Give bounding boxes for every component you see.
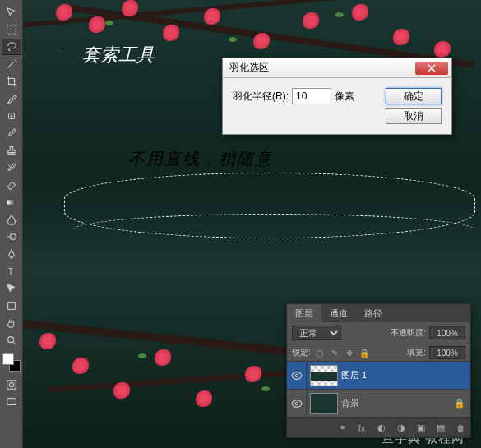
pen-tool[interactable] [2,246,21,262]
lock-position-icon[interactable]: ✥ [344,347,355,358]
trash-icon[interactable]: 🗑 [454,422,467,435]
tool-palette: T [0,0,23,448]
fill-label: 填充: [407,347,426,358]
svg-point-8 [9,382,13,386]
stamp-tool[interactable] [2,142,21,159]
radius-input[interactable] [292,88,331,104]
adjustment-icon[interactable]: ◑ [395,422,408,435]
eyedropper-tool[interactable] [2,90,21,107]
marquee-tool[interactable] [2,21,21,38]
svg-rect-2 [7,200,16,204]
quickmask-toggle[interactable] [2,376,21,393]
visibility-toggle[interactable] [287,390,307,417]
lock-fill-row: 锁定: ▢ ✎ ✥ 🔒 填充: 100% [287,344,470,362]
tab-paths[interactable]: 路径 [356,304,391,322]
layers-panel: 图层 通道 路径 正常 不透明度: 100% 锁定: ▢ ✎ ✥ 🔒 填充: 1… [286,303,471,438]
healing-tool[interactable] [2,108,21,124]
panel-tabs: 图层 通道 路径 [287,304,470,322]
mask-icon[interactable]: ◐ [375,422,388,435]
type-tool[interactable]: T [2,263,21,279]
arrow-annotation [46,48,82,49]
screenmode-toggle[interactable] [2,394,21,410]
fill-value[interactable]: 100% [429,346,465,359]
opacity-label: 不透明度: [391,327,426,339]
svg-rect-5 [8,303,16,310]
hand-tool[interactable] [2,315,21,331]
layer-thumbnail[interactable] [310,365,338,386]
group-icon[interactable]: ▣ [414,422,428,435]
history-brush-tool[interactable] [2,159,21,176]
cancel-button[interactable]: 取消 [386,108,442,124]
blur-tool[interactable] [2,211,21,228]
brush-tool[interactable] [2,125,21,141]
svg-point-10 [295,374,298,377]
wand-tool[interactable] [2,56,21,72]
svg-rect-9 [7,399,16,405]
svg-point-6 [8,337,14,343]
crop-tool[interactable] [2,73,21,90]
lock-pixels-icon[interactable]: ✎ [329,347,340,358]
shape-tool[interactable] [2,298,21,314]
color-swatches[interactable] [2,353,21,372]
zoom-tool[interactable] [2,332,21,349]
link-layers-icon[interactable]: ⚭ [335,422,349,435]
visibility-toggle[interactable] [287,362,307,389]
dialog-titlebar[interactable]: 羽化选区 [223,58,451,78]
lock-icon: 🔒 [454,398,465,409]
new-layer-icon[interactable]: ▤ [434,422,447,435]
opacity-value[interactable]: 100% [429,326,465,339]
radius-unit: 像素 [335,90,354,104]
layer-row[interactable]: 背景 🔒 [287,390,470,418]
layer-name: 图层 1 [341,369,367,381]
feather-dialog: 羽化选区 羽化半径(R): 像素 确定 取消 [222,58,452,135]
blend-opacity-row: 正常 不透明度: 100% [287,322,470,344]
radius-label: 羽化半径(R): [233,90,289,104]
instruction-text: 不用直线，稍随意 [128,148,273,170]
dodge-tool[interactable] [2,229,21,245]
lock-label: 锁定: [292,347,311,358]
lasso-annotation-text: 套索工具 [82,43,155,67]
close-button[interactable] [415,62,448,75]
fx-icon[interactable]: fx [355,422,368,435]
ok-button[interactable]: 确定 [386,88,442,104]
lasso-selection-marquee-2 [72,214,475,247]
layer-row[interactable]: 图层 1 [287,362,470,390]
layer-thumbnail[interactable] [310,393,338,414]
svg-rect-0 [7,25,16,35]
panel-footer: ⚭ fx ◐ ◑ ▣ ▤ 🗑 [287,418,470,437]
tab-channels[interactable]: 通道 [321,304,356,322]
path-tool[interactable] [2,280,21,297]
eraser-tool[interactable] [2,177,21,193]
dialog-body: 羽化半径(R): 像素 确定 取消 [223,78,451,134]
foreground-color[interactable] [2,353,14,365]
svg-text:T: T [8,266,14,276]
svg-point-3 [10,234,16,240]
gradient-tool[interactable] [2,194,21,210]
layer-name: 背景 [341,397,359,409]
tab-layers[interactable]: 图层 [287,304,321,322]
lock-all-icon[interactable]: 🔒 [358,347,370,358]
dialog-title-text: 羽化选区 [229,61,269,75]
blend-mode-select[interactable]: 正常 [292,326,341,340]
lasso-tool[interactable] [2,39,21,55]
svg-rect-7 [7,381,16,390]
move-tool[interactable] [2,4,21,21]
lock-transparency-icon[interactable]: ▢ [314,347,326,358]
svg-point-11 [295,402,298,405]
